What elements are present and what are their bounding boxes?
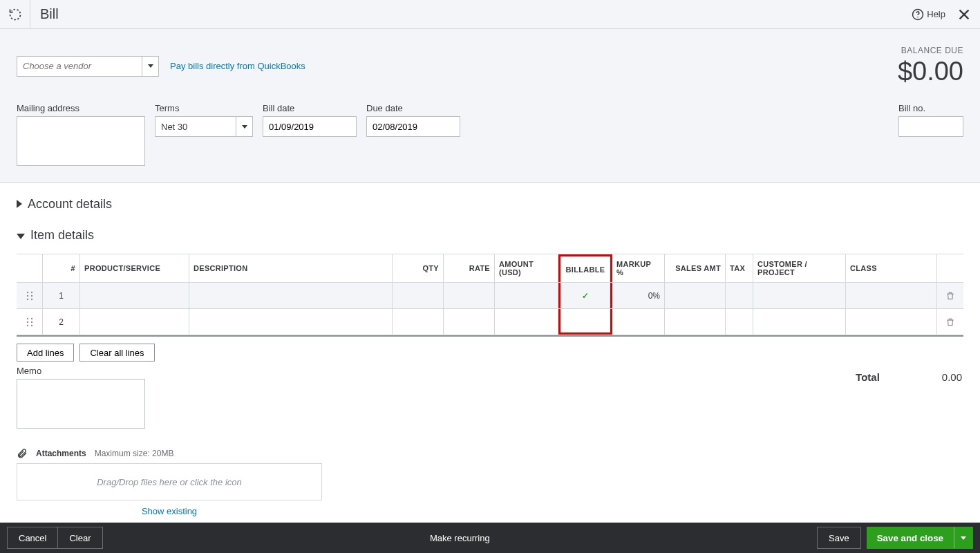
markup-cell[interactable] <box>612 309 665 335</box>
vendor-select[interactable] <box>17 56 159 77</box>
save-button[interactable]: Save <box>817 527 861 549</box>
drag-col-header <box>17 254 43 282</box>
memo-input[interactable] <box>17 379 145 429</box>
markup-cell[interactable]: 0% <box>612 283 665 308</box>
help-label: Help <box>927 9 945 19</box>
vendor-input[interactable] <box>17 56 142 77</box>
attachments-dropzone[interactable]: Drag/Drop files here or click the icon <box>17 463 322 500</box>
class-col-header: CLASS <box>846 254 937 282</box>
pay-bills-link[interactable]: Pay bills directly from QuickBooks <box>170 61 305 71</box>
mailing-address-label: Mailing address <box>17 103 145 113</box>
class-cell[interactable] <box>846 309 937 335</box>
bill-date-input[interactable] <box>263 116 357 137</box>
drag-handle-icon[interactable] <box>17 309 43 335</box>
make-recurring-link[interactable]: Make recurring <box>430 533 490 543</box>
chevron-down-icon[interactable] <box>142 56 159 77</box>
svg-point-13 <box>30 321 32 322</box>
drag-handle-icon[interactable] <box>17 283 43 308</box>
customer-cell[interactable] <box>753 309 846 335</box>
due-date-input[interactable] <box>366 116 460 137</box>
svg-point-5 <box>30 291 32 292</box>
total-label: Total <box>856 371 880 383</box>
tax-col-header: TAX <box>726 254 753 282</box>
balance-due-label: BALANCE DUE <box>898 46 963 55</box>
attachments-title: Attachments <box>36 449 86 458</box>
delete-row-icon[interactable] <box>937 283 963 308</box>
svg-point-14 <box>26 324 28 326</box>
item-grid: # PRODUCT/SERVICE DESCRIPTION QTY RATE A… <box>17 254 963 337</box>
terms-label: Terms <box>155 103 253 113</box>
save-and-close-button[interactable]: Save and close <box>867 527 954 549</box>
customer-cell[interactable] <box>753 283 846 308</box>
bill-no-label: Bill no. <box>898 103 963 113</box>
qty-cell[interactable] <box>393 283 444 308</box>
tax-cell[interactable] <box>726 283 753 308</box>
memo-label: Memo <box>17 366 145 376</box>
help-link[interactable]: Help <box>912 8 945 21</box>
bill-no-input[interactable] <box>898 116 963 137</box>
desc-cell[interactable] <box>189 309 393 335</box>
balance-due: BALANCE DUE $0.00 <box>898 46 963 86</box>
page-title: Bill <box>30 6 912 22</box>
svg-point-4 <box>26 291 28 292</box>
svg-point-8 <box>26 298 28 299</box>
close-icon[interactable] <box>957 7 972 22</box>
svg-point-10 <box>26 317 28 319</box>
amount-cell[interactable] <box>495 309 558 335</box>
desc-col-header: DESCRIPTION <box>189 254 393 282</box>
delete-col-header <box>937 254 963 282</box>
table-row[interactable]: 1 ✓ 0% <box>17 283 963 309</box>
customer-col-header: CUSTOMER / PROJECT <box>753 254 846 282</box>
sales-cell[interactable] <box>665 283 726 308</box>
clear-all-lines-button[interactable]: Clear all lines <box>79 344 154 362</box>
svg-point-11 <box>30 317 32 319</box>
modal-header: Bill Help <box>0 0 980 29</box>
qty-cell[interactable] <box>393 309 444 335</box>
desc-cell[interactable] <box>189 283 393 308</box>
cancel-button[interactable]: Cancel <box>7 527 58 549</box>
clear-button[interactable]: Clear <box>58 527 102 549</box>
svg-point-7 <box>30 294 32 296</box>
terms-input[interactable] <box>155 116 236 137</box>
save-dropdown-icon[interactable] <box>954 527 973 549</box>
product-col-header: PRODUCT/SERVICE <box>80 254 189 282</box>
check-icon: ✓ <box>582 291 589 301</box>
qty-col-header: QTY <box>393 254 444 282</box>
rate-cell[interactable] <box>444 283 495 308</box>
billable-cell[interactable]: ✓ <box>558 283 612 308</box>
total-value: 0.00 <box>942 371 962 383</box>
amount-col-header: AMOUNT (USD) <box>495 254 558 282</box>
svg-point-1 <box>918 17 919 18</box>
show-existing-link[interactable]: Show existing <box>142 506 197 516</box>
terms-select[interactable] <box>155 116 253 137</box>
chevron-down-icon[interactable] <box>236 116 253 137</box>
rate-cell[interactable] <box>444 309 495 335</box>
account-details-toggle[interactable]: Account details <box>17 197 963 212</box>
sales-cell[interactable] <box>665 309 726 335</box>
due-date-label: Due date <box>366 103 460 113</box>
row-num: 2 <box>43 309 80 335</box>
add-lines-button[interactable]: Add lines <box>17 344 74 362</box>
svg-point-6 <box>26 294 28 296</box>
item-details-title: Item details <box>30 228 94 243</box>
attachments-max: Maximum size: 20MB <box>95 449 174 458</box>
paperclip-icon[interactable] <box>17 448 28 459</box>
form-top: Pay bills directly from QuickBooks BALAN… <box>0 29 980 183</box>
svg-point-9 <box>30 298 32 299</box>
tax-cell[interactable] <box>726 309 753 335</box>
product-cell[interactable] <box>80 283 189 308</box>
item-details-toggle[interactable]: Item details <box>17 228 963 243</box>
amount-cell[interactable] <box>495 283 558 308</box>
row-num: 1 <box>43 283 80 308</box>
class-cell[interactable] <box>846 283 937 308</box>
table-row[interactable]: 2 <box>17 309 963 335</box>
account-details-title: Account details <box>28 197 112 212</box>
mailing-address-input[interactable] <box>17 116 145 166</box>
grid-header: # PRODUCT/SERVICE DESCRIPTION QTY RATE A… <box>17 254 963 283</box>
svg-point-15 <box>30 324 32 326</box>
billable-cell[interactable] <box>558 309 612 335</box>
product-cell[interactable] <box>80 309 189 335</box>
delete-row-icon[interactable] <box>937 309 963 335</box>
markup-col-header: MARKUP % <box>612 254 665 282</box>
history-icon[interactable] <box>0 0 30 29</box>
